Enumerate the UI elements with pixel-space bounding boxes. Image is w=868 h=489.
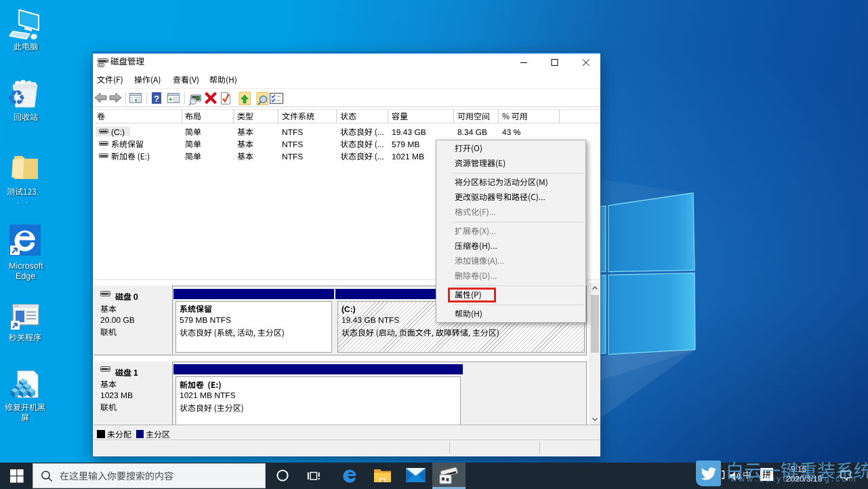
svg-text:?: ? <box>154 94 159 104</box>
